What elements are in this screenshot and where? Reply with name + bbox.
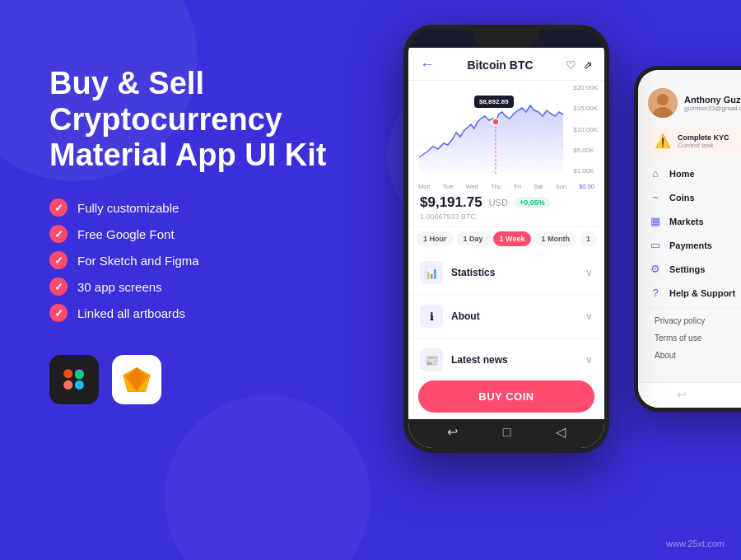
side-menu-item-markets[interactable]: ▦ Markets xyxy=(641,209,741,233)
user-avatar xyxy=(648,88,678,118)
feature-label: Free Google Font xyxy=(77,227,175,241)
side-user-info: Anthony Guzman guzman33@gmail.com xyxy=(684,95,741,112)
feature-item: For Sketch and Figma xyxy=(49,251,362,269)
phone-side: Anthony Guzman guzman33@gmail.com ⚠️ Com… xyxy=(634,66,741,412)
buy-coin-button[interactable]: BUY COIN xyxy=(418,380,594,413)
feature-item: Linked all artboards xyxy=(49,304,362,322)
side-menu-item-help[interactable]: ? Help & Support xyxy=(641,281,741,305)
time-btn-1week[interactable]: 1 Week xyxy=(493,231,532,246)
home-icon: ⌂ xyxy=(648,167,663,180)
nav-home-icon[interactable]: □ xyxy=(503,425,511,440)
feature-item: Fully customizable xyxy=(49,198,362,217)
phone-bottom-nav: ↩ □ ◁ xyxy=(408,419,604,448)
check-icon xyxy=(49,225,68,243)
side-menu-item-payments[interactable]: ▭ Payments xyxy=(641,233,741,257)
about-link[interactable]: About xyxy=(641,347,741,364)
svg-point-4 xyxy=(75,371,84,380)
phone-header: ← Bitcoin BTC ♡ ⇗ xyxy=(408,48,604,81)
chevron-down-icon: ∨ xyxy=(585,354,593,366)
phone-main: ← Bitcoin BTC ♡ ⇗ xyxy=(403,25,609,453)
price-currency: USD xyxy=(489,198,508,208)
check-icon xyxy=(49,278,68,296)
figma-icon xyxy=(49,355,99,404)
menu-label-coins: Coins xyxy=(669,193,695,203)
back-button[interactable]: ← xyxy=(420,56,435,73)
menu-label-payments: Payments xyxy=(669,240,712,250)
user-email: guzman33@gmail.com xyxy=(684,105,741,112)
menu-divider xyxy=(648,308,741,309)
svg-rect-1 xyxy=(63,380,72,390)
price-row: $9,191.75 USD +0,05% xyxy=(420,194,593,211)
chevron-down-icon: ∨ xyxy=(585,267,593,278)
nav-recent-icon[interactable]: ◁ xyxy=(556,424,566,440)
side-phone-screen: Anthony Guzman guzman33@gmail.com ⚠️ Com… xyxy=(638,70,741,408)
menu-label-home: Home xyxy=(669,169,695,179)
check-icon xyxy=(49,198,68,217)
menu-label-settings: Settings xyxy=(669,264,705,274)
terms-link[interactable]: Terms of use xyxy=(641,329,741,347)
price-section: $9,191.75 USD +0,05% 1.00067933 BTC xyxy=(408,188,604,226)
left-panel: Buy & SellCryptocurrencyMaterial App UI … xyxy=(49,66,362,404)
feature-item: 30 app screens xyxy=(49,278,362,296)
kyc-text: Complete KYC Current task xyxy=(678,133,729,149)
check-icon xyxy=(49,304,68,322)
chevron-down-icon: ∨ xyxy=(585,310,593,322)
time-btn-1month[interactable]: 1 Month xyxy=(534,231,576,246)
accordion-statistics[interactable]: 📊 Statistics ∨ xyxy=(408,251,604,295)
about-icon: ℹ xyxy=(420,305,443,328)
help-icon: ? xyxy=(648,287,663,299)
feature-item: Free Google Font xyxy=(49,225,362,243)
side-nav-back[interactable]: ↩ xyxy=(677,388,687,401)
accordion-latestnews[interactable]: 📰 Latest news ∨ xyxy=(408,338,604,374)
news-icon: 📰 xyxy=(420,348,443,371)
svg-point-18 xyxy=(657,94,669,105)
btc-amount: 1.00067933 BTC xyxy=(420,212,593,221)
settings-icon: ⚙ xyxy=(648,263,663,275)
side-menu-item-coins[interactable]: ~ Coins xyxy=(641,185,741,209)
current-price: $9,191.75 xyxy=(420,194,482,211)
side-top-bar: Anthony Guzman guzman33@gmail.com xyxy=(638,78,741,124)
feature-label: Linked all artboards xyxy=(77,306,185,320)
latestnews-label: Latest news xyxy=(451,354,585,366)
chart-area: $8,892.89 $20.00K $15.00K $10.00K $5.00K… xyxy=(408,81,604,188)
username: Anthony Guzman xyxy=(684,95,741,105)
statistics-label: Statistics xyxy=(451,267,585,278)
privacy-policy-link[interactable]: Privacy policy xyxy=(641,312,741,329)
side-status-bar xyxy=(638,70,741,78)
time-btn-1day[interactable]: 1 Day xyxy=(457,231,490,246)
time-buttons-row: 1 Hour 1 Day 1 Week 1 Month 1 xyxy=(408,226,604,251)
side-bottom-nav: ↩ □ xyxy=(638,382,741,408)
feature-label: 30 app screens xyxy=(77,280,162,294)
phone-screen-title: Bitcoin BTC xyxy=(467,58,533,72)
svg-rect-0 xyxy=(63,369,72,378)
check-icon xyxy=(49,251,68,269)
accordion-about[interactable]: ℹ About ∨ xyxy=(408,295,604,338)
feature-label: Fully customizable xyxy=(77,201,179,215)
kyc-title: Complete KYC xyxy=(678,133,729,142)
nav-back-icon[interactable]: ↩ xyxy=(447,424,458,440)
share-icon[interactable]: ⇗ xyxy=(583,58,593,72)
bg-decoration-2 xyxy=(165,395,370,560)
time-btn-1hour[interactable]: 1 Hour xyxy=(417,231,454,246)
price-tooltip: $8,892.89 xyxy=(474,96,514,108)
chart-x-labels: Mon Tue Wed Thu Fri Sat Sun $0.00 xyxy=(415,181,598,192)
kyc-banner[interactable]: ⚠️ Complete KYC Current task xyxy=(646,128,741,155)
heart-icon[interactable]: ♡ xyxy=(566,58,576,72)
main-title: Buy & SellCryptocurrencyMaterial App UI … xyxy=(49,66,362,174)
phone-notch xyxy=(473,30,539,48)
chart-y-labels: $20.00K $15.00K $10.00K $5.00K $1.00K xyxy=(573,84,598,175)
markets-icon: ▦ xyxy=(648,215,663,227)
coins-icon: ~ xyxy=(648,191,663,203)
features-list: Fully customizable Free Google Font For … xyxy=(49,198,362,322)
time-btn-more[interactable]: 1 xyxy=(580,231,597,246)
side-menu-item-home[interactable]: ⌂ Home xyxy=(641,161,741,185)
side-menu-item-settings[interactable]: ⚙ Settings xyxy=(641,257,741,281)
header-action-icons: ♡ ⇗ xyxy=(566,58,593,72)
payments-icon: ▭ xyxy=(648,239,663,251)
feature-label: For Sketch and Figma xyxy=(77,254,199,268)
price-change-badge: +0,05% xyxy=(515,197,550,208)
kyc-warning-icon: ⚠️ xyxy=(655,133,671,149)
tool-icons xyxy=(49,355,362,404)
svg-rect-3 xyxy=(75,380,84,390)
side-menu: ⌂ Home ~ Coins ▦ Markets ▭ Payments ⚙ Se… xyxy=(638,161,741,382)
